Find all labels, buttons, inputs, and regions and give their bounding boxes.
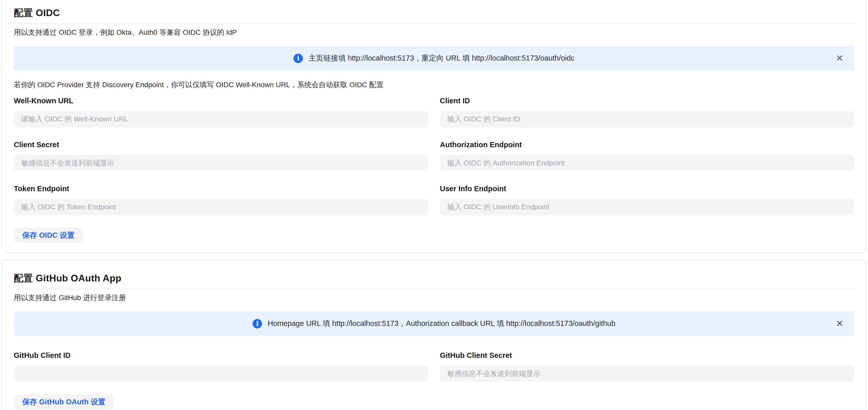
close-icon[interactable]: ✕ bbox=[835, 318, 844, 329]
divider bbox=[14, 289, 854, 289]
settings-page: 配置 OIDC 用以支持通过 OIDC 登录，例如 Okta、Auth0 等兼容… bbox=[0, 0, 868, 410]
banner-content: i Homepage URL 填 http://localhost:5173，A… bbox=[252, 318, 615, 329]
info-icon: i bbox=[293, 54, 303, 63]
save-github-oauth-button[interactable]: 保存 GitHub OAuth 设置 bbox=[14, 394, 114, 410]
client-secret-label: Client Secret bbox=[14, 139, 428, 150]
client-id-input[interactable] bbox=[440, 111, 854, 127]
authorization-endpoint-input[interactable] bbox=[440, 155, 854, 171]
close-icon[interactable]: ✕ bbox=[835, 53, 844, 64]
github-banner-text: Homepage URL 填 http://localhost:5173，Aut… bbox=[268, 318, 615, 329]
github-client-secret-label: GitHub Client Secret bbox=[440, 350, 854, 360]
github-client-id-label: GitHub Client ID bbox=[14, 350, 428, 360]
divider bbox=[14, 23, 854, 24]
github-section-title: 配置 GitHub OAuth App bbox=[14, 272, 854, 285]
client-id-label: Client ID bbox=[440, 96, 854, 106]
userinfo-endpoint-input[interactable] bbox=[440, 199, 854, 215]
github-client-id-input[interactable] bbox=[14, 366, 428, 382]
oidc-section-description: 用以支持通过 OIDC 登录，例如 Okta、Auth0 等兼容 OIDC 协议… bbox=[14, 27, 854, 38]
github-info-banner: i Homepage URL 填 http://localhost:5173，A… bbox=[14, 311, 854, 336]
github-form: GitHub Client ID GitHub Client Secret bbox=[14, 350, 854, 394]
github-section-description: 用以支持通过 GitHub 进行登录注册 bbox=[14, 293, 854, 303]
well-known-url-label: Well-Known URL bbox=[14, 96, 428, 106]
banner-content: i 主页链接填 http://localhost:5173，重定向 URL 填 … bbox=[293, 53, 574, 63]
field-token-endpoint: Token Endpoint bbox=[14, 184, 428, 215]
save-oidc-button[interactable]: 保存 OIDC 设置 bbox=[14, 227, 83, 243]
field-authorization-endpoint: Authorization Endpoint bbox=[440, 139, 854, 171]
field-client-id: Client ID bbox=[440, 96, 854, 127]
oidc-banner-text: 主页链接填 http://localhost:5173，重定向 URL 填 ht… bbox=[309, 53, 574, 63]
field-github-client-secret: GitHub Client Secret bbox=[440, 350, 854, 382]
info-icon: i bbox=[252, 319, 262, 328]
userinfo-endpoint-label: User Info Endpoint bbox=[440, 184, 854, 194]
oidc-info-banner: i 主页链接填 http://localhost:5173，重定向 URL 填 … bbox=[14, 46, 854, 70]
oidc-discovery-hint: 若你的 OIDC Provider 支持 Discovery Endpoint，… bbox=[14, 80, 854, 90]
token-endpoint-label: Token Endpoint bbox=[14, 184, 428, 194]
oidc-settings-card: 配置 OIDC 用以支持通过 OIDC 登录，例如 Okta、Auth0 等兼容… bbox=[2, 0, 866, 253]
github-oauth-settings-card: 配置 GitHub OAuth App 用以支持通过 GitHub 进行登录注册… bbox=[2, 260, 866, 410]
oidc-form: Well-Known URL Client ID Client Secret A… bbox=[14, 96, 854, 227]
oidc-section-title: 配置 OIDC bbox=[14, 7, 854, 20]
github-client-secret-input[interactable] bbox=[440, 366, 854, 382]
well-known-url-input[interactable] bbox=[14, 111, 428, 127]
field-userinfo-endpoint: User Info Endpoint bbox=[440, 184, 854, 215]
field-github-client-id: GitHub Client ID bbox=[14, 350, 428, 382]
field-client-secret: Client Secret bbox=[14, 139, 428, 171]
client-secret-input[interactable] bbox=[14, 155, 428, 171]
authorization-endpoint-label: Authorization Endpoint bbox=[440, 139, 854, 150]
field-well-known-url: Well-Known URL bbox=[14, 96, 428, 127]
token-endpoint-input[interactable] bbox=[14, 199, 428, 215]
